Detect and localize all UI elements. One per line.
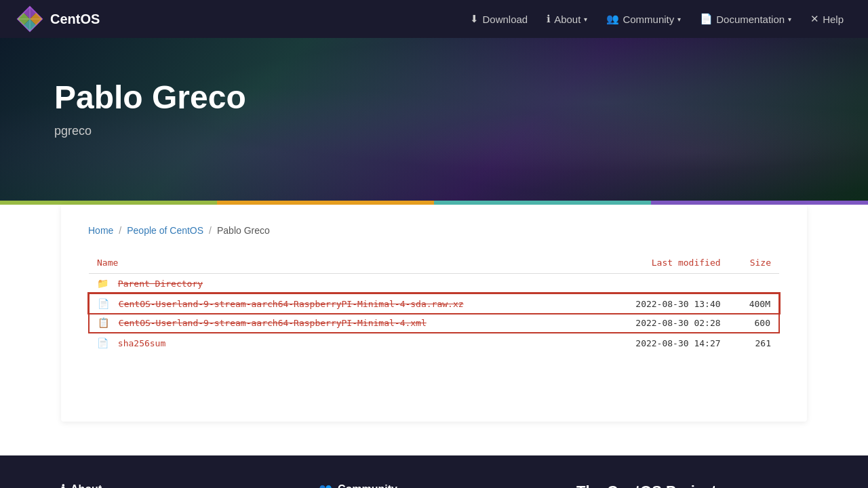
breadcrumb-sep-1: /	[119, 225, 121, 236]
nav-item-about: ℹ About ▾	[538, 7, 595, 30]
nav-item-download: ⬇ Download	[462, 7, 536, 30]
file-cell: 📄 sha256sum	[89, 333, 595, 352]
main-content: Home / People of CentOS / Pablo Greco Na…	[61, 205, 807, 422]
footer-community: 👥 Community Contribute Forums	[319, 483, 549, 488]
footer-about-heading: ℹ About	[61, 483, 292, 488]
info-icon: ℹ	[547, 13, 551, 25]
nav-item-help: ✕ Help	[802, 7, 852, 30]
chevron-down-icon-docs: ▾	[788, 16, 791, 23]
main-nav: ⬇ Download ℹ About ▾ 👥 Community ▾ 📄 Doc…	[462, 7, 852, 30]
file-link-xml[interactable]: CentOS-Userland-9-stream-aarch64-Raspber…	[119, 318, 427, 328]
file-sha-icon: 📄	[97, 338, 108, 348]
hero-section: Pablo Greco pgreco	[0, 38, 868, 201]
users-icon: 👥	[606, 13, 619, 25]
download-icon: ⬇	[470, 13, 479, 25]
users-circle-icon: 👥	[319, 483, 332, 488]
file-modified	[595, 274, 728, 294]
brand-link[interactable]: CentOS	[16, 5, 100, 33]
file-cell: 📋 CentOS-Userland-9-stream-aarch64-Raspb…	[89, 313, 595, 333]
col-modified: Last modified	[595, 252, 728, 274]
parent-directory-link[interactable]: Parent Directory	[118, 279, 203, 289]
file-link-sha256[interactable]: sha256sum	[118, 338, 165, 348]
footer: ℹ About About CentOS Frequently Asked Qu…	[0, 455, 868, 488]
nav-item-documentation: 📄 Documentation ▾	[692, 7, 800, 30]
footer-project: The CentOS Project Community-driven free…	[576, 483, 807, 488]
file-icon: 📄	[700, 13, 713, 25]
nav-link-help[interactable]: ✕ Help	[802, 7, 852, 30]
nav-link-documentation[interactable]: 📄 Documentation ▾	[692, 7, 800, 30]
file-unknown-icon: 📄	[98, 298, 109, 309]
help-icon: ✕	[810, 13, 819, 25]
brand-name: CentOS	[50, 12, 100, 27]
breadcrumb-people[interactable]: People of CentOS	[127, 225, 203, 236]
breadcrumb-home[interactable]: Home	[88, 225, 113, 236]
folder-up-icon: 📁	[97, 278, 108, 289]
footer-about: ℹ About About CentOS Frequently Asked Qu…	[61, 483, 292, 488]
hero-name: Pablo Greco	[54, 79, 814, 116]
footer-community-heading: 👥 Community	[319, 483, 549, 488]
file-modified: 2022-08-30 02:28	[595, 313, 728, 333]
chevron-down-icon-community: ▾	[677, 16, 681, 23]
footer-project-heading: The CentOS Project	[576, 483, 807, 488]
file-table: Name Last modified Size 📁 Parent Directo…	[88, 252, 780, 352]
navbar: CentOS ⬇ Download ℹ About ▾ 👥 Community …	[0, 0, 868, 38]
file-size: 400M	[729, 293, 779, 313]
file-xml-icon: 📋	[98, 317, 109, 328]
info-circle-icon: ℹ	[61, 483, 65, 488]
file-cell: 📁 Parent Directory	[89, 274, 595, 294]
hero-username: pgreco	[54, 124, 814, 138]
breadcrumb: Home / People of CentOS / Pablo Greco	[88, 225, 780, 236]
breadcrumb-current: Pablo Greco	[217, 225, 270, 236]
nav-item-community: 👥 Community ▾	[598, 7, 689, 30]
file-modified: 2022-08-30 14:27	[595, 333, 728, 352]
table-row: 📄 sha256sum 2022-08-30 14:27 261	[89, 333, 779, 352]
breadcrumb-sep-2: /	[209, 225, 212, 236]
col-size: Size	[729, 252, 779, 274]
table-row: 📋 CentOS-Userland-9-stream-aarch64-Raspb…	[89, 313, 779, 333]
file-size: 600	[729, 313, 779, 333]
table-header-row: Name Last modified Size	[89, 252, 779, 274]
centos-logo-icon	[16, 5, 43, 33]
chevron-down-icon: ▾	[584, 16, 587, 23]
file-modified: 2022-08-30 13:40	[595, 293, 728, 313]
nav-link-about[interactable]: ℹ About ▾	[538, 7, 595, 30]
table-row: 📄 CentOS-Userland-9-stream-aarch64-Raspb…	[89, 293, 779, 313]
file-cell: 📄 CentOS-Userland-9-stream-aarch64-Raspb…	[89, 293, 595, 313]
nav-link-community[interactable]: 👥 Community ▾	[598, 7, 689, 30]
table-row: 📁 Parent Directory	[89, 274, 779, 294]
file-size: 261	[729, 333, 779, 352]
col-name: Name	[89, 252, 595, 274]
file-size	[729, 274, 779, 294]
footer-grid: ℹ About About CentOS Frequently Asked Qu…	[61, 483, 807, 488]
file-link-xz[interactable]: CentOS-Userland-9-stream-aarch64-Raspber…	[119, 299, 464, 309]
nav-link-download[interactable]: ⬇ Download	[462, 7, 536, 30]
